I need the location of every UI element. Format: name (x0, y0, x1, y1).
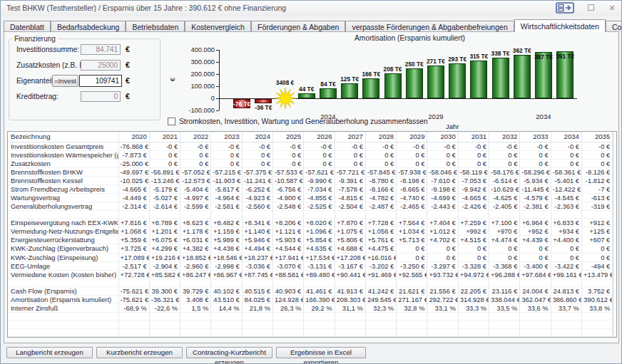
cell-value (180, 328, 211, 336)
cell-value: +970 € (489, 227, 520, 236)
cell-value: -76.868 € (118, 142, 149, 150)
cell-value: -7.873 € (118, 150, 149, 159)
cell-value (242, 321, 272, 328)
tab-betriebsdaten[interactable]: Betriebsdaten (126, 21, 185, 32)
tab-wirtschaftlichkeitsdaten[interactable]: Wirtschaftlichkeitsdaten (514, 19, 606, 32)
chart-bar-2021 (255, 99, 272, 103)
column-header-year: 2020 (118, 132, 149, 142)
tab-contracting[interactable]: Contracting (606, 21, 622, 32)
cell-value (458, 279, 489, 286)
table-row: Wartungsvertrag-4.449 €-5.027 €-4.997 €-… (8, 193, 613, 202)
bar-value-label: 391 T€ (549, 53, 581, 60)
cell-value: -13.246 € (149, 176, 180, 184)
maximize-icon[interactable] (586, 4, 596, 12)
cell-value: -57.621 € (304, 167, 335, 176)
chart-x-axis-label: Jahr (446, 123, 459, 130)
y-tick-label: 300.000 (173, 58, 215, 66)
button-contracting-kurzbericht-erzeugen[interactable]: Contracting-Kurzbericht erzeugen (186, 347, 272, 358)
cell-value: -4.782 € (365, 193, 396, 202)
tab-datenblatt[interactable]: Datenblatt (4, 21, 51, 32)
cell-value: +18.852 € (180, 253, 211, 261)
cell-value: -7.053 € (458, 176, 489, 184)
cell-value: +93.732 € (427, 270, 458, 279)
cell-value: 0 € (520, 150, 551, 159)
cell-value (335, 321, 365, 328)
cell-value: +90.441 € (335, 270, 365, 279)
cell-value: +4.494 € (242, 244, 272, 253)
cell-value (427, 279, 458, 286)
column-header-year: 2025 (272, 132, 303, 142)
cell-value (520, 328, 551, 336)
cell-value: 0 € (427, 253, 458, 261)
cell-value: +8.341 € (242, 219, 272, 227)
cell-value (211, 321, 242, 328)
invest-button[interactable]: =Invest (52, 75, 78, 87)
cell-value (304, 211, 335, 219)
cell-value (149, 313, 180, 321)
table-scrollbar[interactable] (613, 132, 616, 337)
cell-value (211, 328, 242, 336)
cell-value: -75.621 € (118, 296, 149, 304)
table-row: Einspeisevergütung nach EEX-KWK-Index+7.… (8, 219, 613, 227)
cell-value (551, 279, 581, 286)
x-tick-label: 2034 (528, 113, 559, 120)
cell-value: +1.201 € (149, 227, 180, 236)
row-label: Investitionskosten Gesamtpreis (8, 142, 118, 150)
finance-input[interactable] (81, 44, 121, 55)
chart-bar-2024 (320, 88, 337, 98)
cell-value: -3.036 € (242, 261, 272, 270)
cell-value: +5.854 € (304, 236, 335, 244)
table-row: Amortisation (Ersparnis kumuliert)-75.62… (8, 296, 613, 304)
cell-value (272, 321, 303, 328)
cell-value: 3.752 € (581, 286, 612, 295)
column-header-year: 2032 (489, 132, 520, 142)
button-langbericht-erzeugen[interactable]: Langbericht erzeugen (6, 347, 93, 358)
finance-input[interactable] (81, 91, 121, 102)
cell-value: +7.100 € (489, 219, 520, 227)
cell-value: +5.806 € (335, 236, 365, 244)
cell-value: -4.964 € (211, 193, 242, 202)
cell-value: 0 € (551, 244, 581, 253)
cell-value: +5.946 € (242, 236, 272, 244)
cell-value: -7.578 € (335, 184, 365, 193)
button-kurzbericht-erzeugen[interactable]: Kurzbericht erzeugen (96, 347, 183, 358)
cell-value: +1.121 € (272, 227, 303, 236)
tab-verpasste-förderungen-abgabenbefreiungen[interactable]: verpasste Förderungen & Abgabenbefreiung… (345, 21, 514, 32)
finance-field-row: Kreditbetrag:€ (9, 90, 160, 105)
cell-value: -3.250 € (397, 261, 427, 270)
cell-value: -2.405 € (489, 202, 520, 210)
button-ergebnisse-in-excel-exportieren[interactable]: Ergebnisse in Excel exportieren (276, 347, 366, 358)
row-label (8, 321, 118, 328)
combine-costs-checkbox[interactable] (168, 118, 175, 125)
tab-bedarfsabdeckung[interactable]: Bedarfsabdeckung (51, 21, 126, 32)
cell-value (551, 313, 581, 321)
row-label (8, 328, 118, 336)
chart-bar-2027 (384, 73, 402, 98)
amortisation-chart: Amortisation (Ersparnis kumuliert)€400.0… (169, 33, 617, 130)
cell-value: -2.960 € (180, 261, 211, 270)
row-label: KWK-Zuschlag (Einspeisung) (8, 253, 118, 261)
tab-förderungen-abgaben[interactable]: Förderungen & Abgaben (251, 21, 345, 32)
cell-value: +8.020 € (304, 219, 335, 227)
close-icon[interactable]: ✕ (607, 4, 617, 13)
cell-value: -4.625 € (489, 193, 520, 202)
cell-value: +7.259 € (458, 219, 489, 227)
finance-input[interactable] (79, 75, 122, 87)
finance-field-row: Investitionssumme:€ (9, 43, 160, 58)
cell-value: +7.564 € (397, 219, 427, 227)
cell-value: 0 € (272, 150, 303, 159)
table-header-row: Bezeichnung20202021202220232024202520262… (8, 132, 613, 142)
layout-switch-icon[interactable] (556, 2, 574, 14)
cell-value: -0 € (180, 142, 211, 150)
tab-kostenvergleich[interactable]: Kostenvergleich (185, 21, 251, 32)
cell-value: -4.449 € (118, 193, 149, 202)
cell-value: -4.665 € (118, 184, 149, 193)
finance-input[interactable] (81, 60, 121, 71)
cell-value: +4.475 € (365, 244, 396, 253)
cell-value: 21,8 % (242, 304, 272, 313)
table-row: Investitionskosten Wärmespeicher (geschä… (8, 150, 613, 159)
combine-costs-checkbox-row[interactable]: Stromkosten, Investition, Wartung und Ge… (168, 118, 428, 125)
cell-value: 0 € (458, 253, 489, 261)
cell-value: -9.990 € (304, 176, 335, 184)
column-header-year: 2026 (304, 132, 335, 142)
